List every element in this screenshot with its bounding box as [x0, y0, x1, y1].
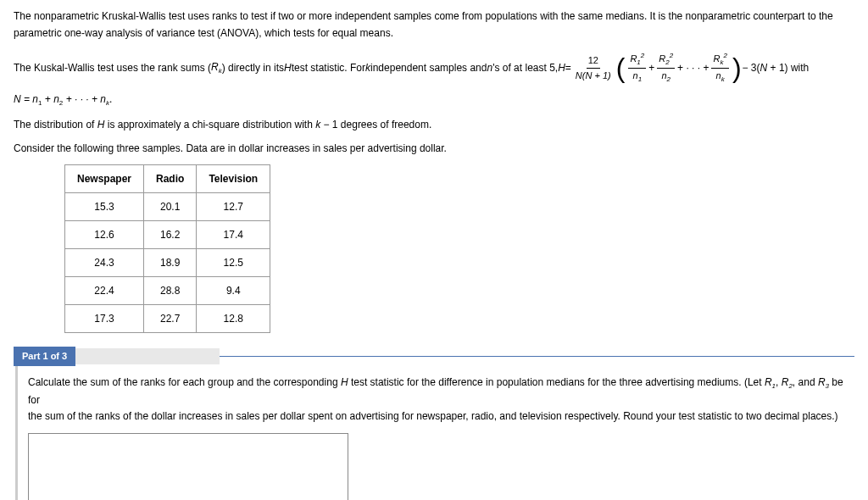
part-header: Part 1 of 3	[14, 347, 854, 366]
h-symbol: H	[284, 60, 292, 75]
part-content: Calculate the sum of the ranks for each …	[15, 366, 854, 500]
rk-symbol: Rk	[211, 59, 222, 76]
table-row: 22.428.89.4	[65, 277, 270, 305]
formula-pre: The Kuskal-Wallis test uses the rank sum…	[14, 60, 211, 75]
table-row: 15.320.112.7	[65, 193, 270, 221]
part-spacer	[75, 348, 220, 364]
table-row: 12.616.217.4	[65, 221, 270, 249]
fraction-r1: R12 n1	[628, 51, 646, 85]
consider-text: Consider the following three samples. Da…	[14, 141, 854, 156]
fraction-r2: R22 n2	[657, 51, 675, 85]
distribution-text: The distribution of H is approximately a…	[14, 117, 854, 132]
formula-mid3: independent samples and	[370, 60, 487, 75]
part-rule	[220, 356, 854, 357]
intro-line-1: The nonparametric Kruskal-Wallis test us…	[14, 8, 854, 24]
data-table: Newspaper Radio Television 15.320.112.7 …	[64, 164, 270, 333]
question-text: Calculate the sum of the ranks for each …	[28, 375, 854, 425]
header-television: Television	[197, 165, 270, 193]
intro-paragraph: The nonparametric Kruskal-Wallis test us…	[14, 8, 854, 41]
header-newspaper: Newspaper	[65, 165, 144, 193]
header-radio: Radio	[144, 165, 197, 193]
formula-line: The Kuskal-Wallis test uses the rank sum…	[14, 51, 854, 85]
formula-mid4: 's of at least 5,	[492, 60, 558, 75]
answer-input[interactable]	[28, 433, 348, 500]
table-header-row: Newspaper Radio Television	[65, 165, 270, 193]
table-row: 17.322.712.8	[65, 305, 270, 333]
fraction-rk: Rk2 nk	[711, 51, 728, 85]
intro-line-2: parametric one-way analysis of variance …	[14, 25, 854, 41]
minus-3n: − 3(N + 1) with	[743, 60, 810, 75]
table-row: 24.318.912.5	[65, 249, 270, 277]
formula-mid: ) directly in its	[222, 60, 284, 75]
equals: =	[565, 60, 571, 75]
h-symbol-eq: H	[558, 60, 565, 75]
formula-mid2: test statistic. For	[292, 60, 365, 75]
fraction-12: 12 N(N + 1)	[574, 53, 613, 82]
n-equation: N = n1 + n2 + · · · + nk.	[14, 92, 854, 108]
right-paren: )	[732, 54, 742, 81]
part-label: Part 1 of 3	[14, 347, 75, 366]
dots-plus: + · · · +	[677, 60, 709, 75]
left-paren: (	[616, 54, 626, 81]
plus-1: +	[648, 60, 654, 75]
n-symbol: n	[487, 60, 492, 75]
